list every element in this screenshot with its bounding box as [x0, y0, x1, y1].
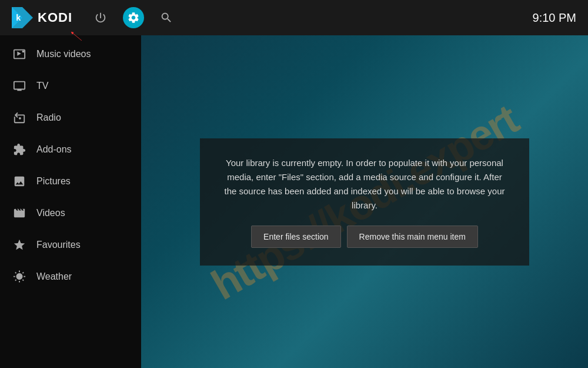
sidebar-label-addons: Add-ons [36, 144, 72, 155]
top-bar-icons [90, 7, 177, 28]
remove-menu-item-button[interactable]: Remove this main menu item [347, 226, 478, 248]
top-bar-left: k KODI [12, 7, 177, 28]
pictures-icon [12, 174, 27, 189]
tv-icon [12, 78, 27, 94]
radio-icon [12, 110, 27, 125]
videos-icon [12, 205, 27, 221]
sidebar-label-tv: TV [36, 81, 48, 91]
svg-text:k: k [16, 13, 21, 22]
power-icon[interactable] [90, 7, 111, 28]
content-pane: https://kodi.expert Your library is curr… [141, 35, 588, 368]
music-video-icon [12, 47, 27, 62]
library-buttons: Enter files section Remove this main men… [223, 226, 506, 248]
sidebar-item-weather[interactable]: Weather [0, 261, 141, 293]
top-bar-time: 9:10 PM [533, 11, 576, 25]
settings-icon[interactable] [123, 7, 144, 28]
sidebar-item-pictures[interactable]: Pictures [0, 165, 141, 197]
app-container: k KODI [0, 0, 588, 368]
sidebar-item-radio[interactable]: Radio [0, 102, 141, 134]
top-bar: k KODI [0, 0, 588, 35]
sidebar-item-favourites[interactable]: Favourites [0, 229, 141, 261]
sidebar: Music videos TV Radio [0, 35, 141, 368]
sidebar-label-music-videos: Music videos [36, 49, 91, 59]
sidebar-label-videos: Videos [36, 208, 65, 218]
kodi-title: KODI [38, 10, 72, 25]
library-info: Your library is currently empty. In orde… [200, 138, 529, 266]
addon-icon [12, 142, 27, 157]
sidebar-label-weather: Weather [36, 271, 72, 282]
kodi-logo-icon: k [12, 7, 33, 28]
sidebar-item-music-videos[interactable]: Music videos [0, 38, 141, 70]
sidebar-label-radio: Radio [36, 112, 61, 123]
sidebar-label-favourites: Favourites [36, 240, 81, 250]
sidebar-item-videos[interactable]: Videos [0, 197, 141, 229]
star-icon [12, 237, 27, 253]
enter-files-button[interactable]: Enter files section [251, 226, 341, 248]
search-icon[interactable] [156, 7, 177, 28]
library-message: Your library is currently empty. In orde… [223, 156, 506, 213]
kodi-logo: k KODI [12, 7, 72, 28]
svg-point-4 [22, 51, 25, 53]
sidebar-item-addons[interactable]: Add-ons [0, 134, 141, 165]
sidebar-label-pictures: Pictures [36, 176, 71, 187]
main-content: Music videos TV Radio [0, 35, 588, 368]
sidebar-item-tv[interactable]: TV [0, 70, 141, 102]
weather-icon [12, 269, 27, 284]
